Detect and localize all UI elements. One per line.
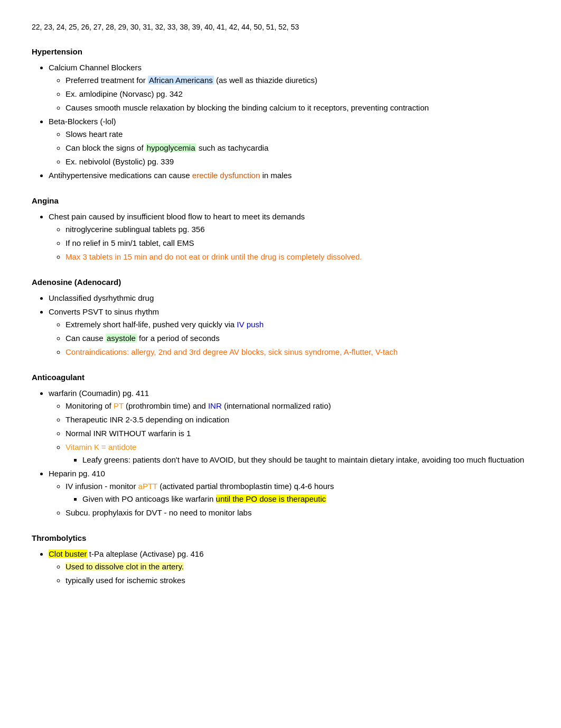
ccb-preferred-end: (as well as thiazide diuretics) [214, 76, 317, 85]
list-item-ccb-preferred: Preferred treatment for African American… [66, 74, 529, 87]
section-adenosine: Adenosine (Adenocard) Unclassified dysrh… [32, 276, 529, 358]
section-title-adenosine: Adenosine (Adenocard) [32, 276, 529, 289]
heparin-given-prefix: Given with PO anticoags like warfarin [82, 494, 216, 503]
list-item-adenosine-asystole: Can cause asystole for a period of secon… [66, 332, 529, 345]
list-item-heparin-iv: IV infusion - monitor aPTT (activated pa… [66, 480, 529, 505]
adenosine-contraindications-text: Contraindications: allergy, 2nd and 3rd … [66, 347, 398, 356]
section-title-angina: Angina [32, 195, 529, 207]
list-item-heparin-given: Given with PO anticoags like warfarin un… [82, 493, 529, 505]
antihypertensive-text: Antihypertensive medications can cause [49, 171, 192, 180]
list-item-heparin: Heparin pg. 410 IV infusion - monitor aP… [49, 467, 529, 519]
section-hypertension: Hypertension Calcium Channel Blockers Pr… [32, 45, 529, 182]
beta-blockers-label: Beta-Blockers (-lol) [49, 117, 116, 126]
list-item-adenosine-converts: Converts PSVT to sinus rhythm Extremely … [49, 306, 529, 358]
list-item-ccb-causes: Causes smooth muscle relaxation by block… [66, 102, 529, 114]
antihypertensive-end: in males [260, 171, 292, 180]
list-item-max-tablets: Max 3 tablets in 15 min and do not eat o… [66, 251, 529, 263]
section-angina: Angina Chest pain caused by insufficient… [32, 195, 529, 263]
hypoglycemia-highlight: hypoglycemia [146, 143, 197, 152]
iv-push-text: IV push [237, 320, 264, 329]
section-title-anticoagulant: Anticoagulant [32, 371, 529, 384]
list-item-warfarin-vitamink: Vitamin K = antidote Leafy greens: patie… [66, 441, 529, 466]
adenosine-asystole-text: Can cause [66, 334, 106, 343]
list-item-beta-blockers: Beta-Blockers (-lol) Slows heart rate Ca… [49, 115, 529, 168]
clot-buster-highlight: Clot buster [49, 549, 87, 558]
warfarin-therapeutic-text: Therapeutic INR 2-3.5 depending on indic… [66, 415, 229, 424]
warfarin-normal-text: Normal INR WITHOUT warfarin is 1 [66, 429, 191, 438]
list-item-adenosine-contraindications: Contraindications: allergy, 2nd and 3rd … [66, 346, 529, 358]
list-item-warfarin-leafy: Leafy greens: patients don't have to AVO… [82, 454, 529, 466]
adenosine-converts-text: Converts PSVT to sinus rhythm [49, 307, 159, 316]
list-item-warfarin-normal: Normal INR WITHOUT warfarin is 1 [66, 427, 529, 440]
inr-text: INR [208, 401, 222, 410]
adenosine-asystole-end: for a period of seconds [137, 334, 220, 343]
no-relief-text: If no relief in 5 min/1 tablet, call EMS [66, 238, 194, 247]
list-item-antihypertensive: Antihypertensive medications can cause e… [49, 169, 529, 182]
list-item-bb-slows: Slows heart rate [66, 128, 529, 141]
section-title-hypertension: Hypertension [32, 45, 529, 58]
list-item-warfarin-therapeutic: Therapeutic INR 2-3.5 depending on indic… [66, 413, 529, 426]
heparin-subcu-text: Subcu. prophylaxis for DVT - no need to … [66, 508, 251, 517]
heparin-until-highlight: until the PO dose is therapeutic [216, 494, 326, 503]
warfarin-monitoring-end: (international normalized ratio) [222, 401, 331, 410]
page-numbers: 22, 23, 24, 25, 26, 27, 28, 29, 30, 31, … [32, 21, 529, 33]
angina-chest-text: Chest pain caused by insufficient blood … [49, 212, 305, 221]
adenosine-halflife-text: Extremely short half-life, pushed very q… [66, 320, 237, 329]
bb-slows-text: Slows heart rate [66, 130, 123, 139]
warfarin-monitoring-mid: (prothrombin time) and [124, 401, 208, 410]
vitamink-text: Vitamin K = antidote [66, 443, 136, 451]
aptt-text: aPTT [138, 482, 157, 491]
erectile-dysfunction-text: erectile dysfunction [192, 171, 260, 180]
list-item-ccb-ex: Ex. amlodipine (Norvasc) pg. 342 [66, 88, 529, 100]
pt-text: PT [114, 401, 124, 410]
section-thrombolytics: Thrombolytics Clot buster t-Pa alteplase… [32, 532, 529, 587]
list-item-thrombolytics-clot: Clot buster t-Pa alteplase (Activase) pg… [49, 548, 529, 587]
asystole-highlight: asystole [106, 334, 137, 343]
clot-buster-text: t-Pa alteplase (Activase) pg. 416 [87, 549, 204, 558]
list-item-warfarin-monitoring: Monitoring of PT (prothrombin time) and … [66, 400, 529, 412]
bb-block-text: Can block the signs of [66, 143, 146, 152]
list-item-ccb: Calcium Channel Blockers Preferred treat… [49, 61, 529, 114]
ischemic-text: typically used for ischemic strokes [66, 576, 185, 585]
warfarin-text: warfarin (Coumadin) pg. 411 [49, 389, 149, 398]
dissolve-text: Used to dissolve clot in the artery. [66, 562, 184, 571]
section-anticoagulant: Anticoagulant warfarin (Coumadin) pg. 41… [32, 371, 529, 519]
heparin-text: Heparin pg. 410 [49, 469, 105, 478]
max-tablets-text: Max 3 tablets in 15 min and do not eat o… [66, 252, 362, 261]
list-item-nitro: nitroglycerine sublingual tablets pg. 35… [66, 223, 529, 236]
african-americans-highlight: African Americans [148, 76, 214, 85]
list-item-bb-block: Can block the signs of hypoglycemia such… [66, 142, 529, 154]
adenosine-unclassified-text: Unclassified dysrhythmic drug [49, 293, 154, 302]
warfarin-monitoring-prefix: Monitoring of [66, 401, 114, 410]
list-item-adenosine-halflife: Extremely short half-life, pushed very q… [66, 318, 529, 331]
list-item-adenosine-unclassified: Unclassified dysrhythmic drug [49, 292, 529, 305]
heparin-iv-text: IV infusion - monitor [66, 482, 138, 491]
list-item-thrombolytics-ischemic: typically used for ischemic strokes [66, 574, 529, 587]
nitro-text: nitroglycerine sublingual tablets pg. 35… [66, 225, 205, 234]
bb-block-end: such as tachycardia [196, 143, 268, 152]
ccb-preferred-text: Preferred treatment for [66, 76, 148, 85]
ccb-causes-text: Causes smooth muscle relaxation by block… [66, 103, 429, 112]
bb-ex-text: Ex. nebivolol (Bystolic) pg. 339 [66, 157, 174, 166]
ccb-ex-text: Ex. amlodipine (Norvasc) pg. 342 [66, 89, 183, 98]
list-item-bb-ex: Ex. nebivolol (Bystolic) pg. 339 [66, 155, 529, 168]
list-item-thrombolytics-dissolve: Used to dissolve clot in the artery. [66, 560, 529, 573]
ccb-label: Calcium Channel Blockers [49, 63, 142, 72]
list-item-heparin-subcu: Subcu. prophylaxis for DVT - no need to … [66, 506, 529, 519]
section-title-thrombolytics: Thrombolytics [32, 532, 529, 545]
list-item-angina-chest: Chest pain caused by insufficient blood … [49, 210, 529, 263]
heparin-iv-end: (activated partial thromboplastin time) … [157, 482, 334, 491]
list-item-warfarin: warfarin (Coumadin) pg. 411 Monitoring o… [49, 387, 529, 466]
warfarin-leafy-text: Leafy greens: patients don't have to AVO… [82, 455, 524, 464]
list-item-no-relief: If no relief in 5 min/1 tablet, call EMS [66, 237, 529, 250]
